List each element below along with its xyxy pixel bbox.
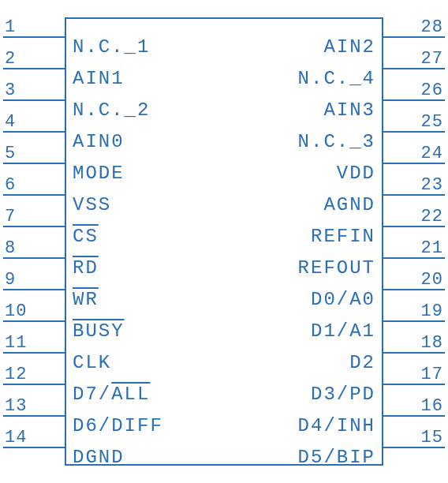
pin-number-28: 28 xyxy=(421,17,443,37)
pin-number-11: 11 xyxy=(5,333,27,353)
pin-row-28: 28AIN2 xyxy=(66,21,382,52)
pin-number-23: 23 xyxy=(421,175,443,195)
pin-number-19: 19 xyxy=(421,301,443,321)
pin-number-22: 22 xyxy=(421,207,443,227)
pin-number-8: 8 xyxy=(5,238,16,258)
pin-row-26: 26AIN3 xyxy=(66,84,382,115)
pin-number-12: 12 xyxy=(5,365,27,384)
pin-row-21: 21REFOUT xyxy=(66,242,382,273)
pin-row-15: 15D5/BIP xyxy=(66,431,382,462)
pin-number-14: 14 xyxy=(5,428,27,447)
pin-number-2: 2 xyxy=(5,49,16,69)
pin-number-9: 9 xyxy=(5,270,16,290)
pin-number-24: 24 xyxy=(421,144,443,163)
pin-number-3: 3 xyxy=(5,80,16,100)
pin-row-20: 20D0/A0 xyxy=(66,273,382,305)
pin-number-1: 1 xyxy=(5,17,16,37)
pin-row-16: 16D4/INH xyxy=(66,399,382,431)
pin-number-15: 15 xyxy=(421,428,443,447)
pin-number-4: 4 xyxy=(5,112,16,132)
pin-number-27: 27 xyxy=(421,49,443,69)
pin-row-18: 18D2 xyxy=(66,336,382,368)
pin-number-7: 7 xyxy=(5,207,16,227)
pin-number-17: 17 xyxy=(421,365,443,384)
pin-number-21: 21 xyxy=(421,238,443,258)
pin-number-20: 20 xyxy=(421,270,443,290)
pin-row-23: 23AGND xyxy=(66,178,382,210)
pin-row-24: 24VDD xyxy=(66,147,382,178)
pin-number-13: 13 xyxy=(5,396,27,416)
pin-row-19: 19D1/A1 xyxy=(66,305,382,336)
pin-number-26: 26 xyxy=(421,80,443,100)
pin-row-22: 22REFIN xyxy=(66,210,382,242)
pin-number-6: 6 xyxy=(5,175,16,195)
chip-body: 1N.C._12AIN13N.C._24AIN05MODE6VSS7CS8RD9… xyxy=(65,17,383,466)
pin-row-27: 27N.C._4 xyxy=(66,52,382,84)
pin-row-25: 25N.C._3 xyxy=(66,115,382,147)
pin-number-18: 18 xyxy=(421,333,443,353)
pin-number-10: 10 xyxy=(5,301,27,321)
pin-number-16: 16 xyxy=(421,396,443,416)
pin-row-17: 17D3/PD xyxy=(66,368,382,399)
pin-name-15: D5/BIP xyxy=(298,447,375,468)
pin-number-25: 25 xyxy=(421,112,443,132)
pin-number-5: 5 xyxy=(5,144,16,163)
